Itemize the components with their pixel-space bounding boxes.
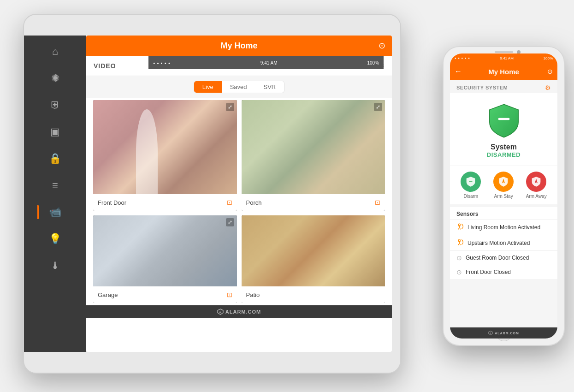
arm-away-button[interactable]: Arm Away (526, 172, 547, 199)
shield-container: System DISARMED (450, 93, 557, 166)
home-icon: ⌂ (52, 47, 58, 57)
svg-line-9 (459, 227, 460, 229)
sensor-item-upstairs: Upstairs Motion Activated (450, 235, 557, 250)
motion-sensor-svg (456, 223, 464, 230)
arm-away-shield-icon (531, 176, 542, 187)
sidebar-item-thermostat[interactable]: 🌡 (44, 254, 67, 277)
sidebar-item-automation[interactable]: ✺ (44, 67, 67, 90)
svg-point-12 (458, 239, 460, 241)
camera-thumb-garage: ⤢ (93, 215, 237, 286)
phone-battery: 100% (544, 56, 553, 60)
expand-icon-garage[interactable]: ⊡ (227, 291, 232, 298)
camera-name-porch: Porch (246, 199, 262, 206)
svg-point-6 (458, 224, 460, 226)
tablet-sidebar: ⌂ ✺ ⛨ ▣ 🔒 ≡ 📹 💡 🌡 (24, 36, 86, 352)
disarm-button[interactable]: Disarm (461, 172, 481, 199)
arm-away-label: Arm Away (526, 194, 547, 199)
fullscreen-icon-porch[interactable]: ⤢ (374, 103, 382, 111)
motion-icon-upstairs (456, 238, 464, 247)
phone-back-button[interactable]: ← (455, 67, 462, 76)
security-section-title: SECURITY SYSTEM (456, 85, 508, 90)
tablet-header-menu-icon[interactable]: ⊙ (379, 41, 385, 51)
video-tabs: Live Saved SVR (86, 76, 392, 98)
tab-svr[interactable]: SVR (255, 81, 284, 93)
camera-label-garage: Garage ⊡ (93, 286, 237, 303)
camera-cell-patio: Patio (242, 215, 385, 303)
camera-thumb-front-door: ⤢ (93, 100, 237, 194)
phone-signal-dots: ● ● ● ● ● (455, 57, 470, 59)
alarm-logo: A ALARM.COM (217, 309, 261, 315)
svg-rect-3 (469, 181, 473, 182)
security-section-header: SECURITY SYSTEM ⚙ (450, 80, 557, 93)
sidebar-item-rules[interactable]: ≡ (44, 174, 67, 197)
door-icon-guest-room: ⊙ (456, 254, 462, 261)
motion-icon-living-room (456, 223, 464, 232)
phone-speaker (495, 51, 513, 53)
svg-text:A: A (490, 332, 491, 334)
sidebar-item-security[interactable]: ⛨ (44, 94, 67, 117)
lock-icon: 🔒 (49, 154, 61, 164)
phone-powered-bar: A ALARM.COM (450, 327, 557, 339)
thermostat-icon: 🌡 (50, 261, 60, 271)
camera-icon: 📹 (49, 207, 61, 217)
tablet-header-title: My Home (220, 41, 257, 51)
svg-text:A: A (219, 311, 221, 314)
arm-stay-button[interactable]: Arm Stay (493, 172, 514, 199)
svg-line-8 (458, 227, 459, 229)
sensor-label-guest-room: Guest Room Door Closed (466, 255, 529, 261)
fullscreen-icon-front-door[interactable]: ⤢ (226, 103, 234, 111)
camera-cell-front-door: ⤢ Front Door ⊡ (93, 100, 237, 211)
shield-svg (485, 102, 522, 139)
system-label: System (487, 143, 521, 151)
sidebar-item-video[interactable]: 📹 (44, 201, 67, 224)
sensor-label-upstairs: Upstairs Motion Activated (467, 240, 530, 246)
fullscreen-icon-garage[interactable]: ⤢ (226, 218, 234, 226)
sensor-label-front-door: Front Door Closed (466, 269, 511, 275)
phone-time: 9:41 AM (500, 56, 513, 60)
svg-line-15 (459, 243, 460, 245)
arm-buttons: Disarm Arm Stay (450, 166, 557, 204)
brightness-icon: ✺ (51, 73, 59, 83)
motion-sensor-svg-2 (456, 238, 464, 246)
tab-live[interactable]: Live (194, 81, 222, 93)
tablet: ⌂ ✺ ⛨ ▣ 🔒 ≡ 📹 💡 🌡 (23, 14, 401, 374)
phone-header: ← My Home ⊙ (450, 63, 557, 80)
alarm-brand-text: ALARM.COM (225, 309, 261, 315)
sidebar-item-images[interactable]: ▣ (44, 120, 67, 143)
phone-screen: ● ● ● ● ● 9:41 AM 100% ← My Home ⊙ SECUR… (450, 53, 557, 339)
sidebar-item-lights[interactable]: 💡 (44, 227, 67, 250)
security-settings-icon[interactable]: ⚙ (545, 84, 551, 91)
phone-header-title: My Home (488, 68, 519, 76)
sidebar-item-locks[interactable]: 🔒 (44, 147, 67, 170)
tablet-statusbar: ● ● ● ● ● 9:41 AM 100% (148, 56, 384, 69)
sensor-item-guest-room: ⊙ Guest Room Door Closed (450, 250, 557, 265)
list-icon: ≡ (52, 180, 58, 190)
sensor-item-front-door: ⊙ Front Door Closed (450, 265, 557, 279)
expand-icon-front-door[interactable]: ⊡ (227, 199, 232, 206)
disarm-shield-icon (465, 176, 476, 187)
tab-saved[interactable]: Saved (222, 81, 255, 93)
phone-header-menu-icon[interactable]: ⊙ (547, 68, 553, 75)
svg-rect-2 (498, 118, 509, 120)
phone-alarm-logo: A ALARM.COM (488, 331, 519, 335)
scene: ⌂ ✺ ⛨ ▣ 🔒 ≡ 📹 💡 🌡 (0, 0, 574, 392)
tablet-screen: ● ● ● ● ● 9:41 AM 100% My Home ⊙ VIDEO ≡… (86, 36, 392, 352)
tablet-header: My Home ⊙ (86, 36, 392, 56)
camera-cell-garage: ⤢ Garage ⊡ (93, 215, 237, 303)
camera-name-front-door: Front Door (98, 199, 126, 206)
phone: ● ● ● ● ● 9:41 AM 100% ← My Home ⊙ SECUR… (443, 46, 565, 346)
sensor-item-living-room: Living Room Motion Activated (450, 219, 557, 235)
shield-status-icon (485, 102, 522, 139)
sidebar-item-home[interactable]: ⌂ (44, 40, 67, 63)
sensors-header: Sensors (450, 207, 557, 219)
sensors-section: Sensors Living Room Motion (450, 207, 557, 279)
expand-icon-porch[interactable]: ⊡ (375, 199, 380, 206)
tablet-time: 9:41 AM (260, 60, 278, 65)
image-icon: ▣ (50, 127, 60, 137)
video-grid: ⤢ Front Door ⊡ ⤢ Porch ⊡ (86, 98, 392, 305)
camera-name-patio: Patio (246, 291, 260, 298)
light-icon: 💡 (49, 234, 61, 244)
camera-thumb-porch: ⤢ (242, 100, 385, 194)
sensor-label-living-room: Living Room Motion Activated (467, 224, 540, 231)
camera-label-patio: Patio (242, 286, 385, 303)
